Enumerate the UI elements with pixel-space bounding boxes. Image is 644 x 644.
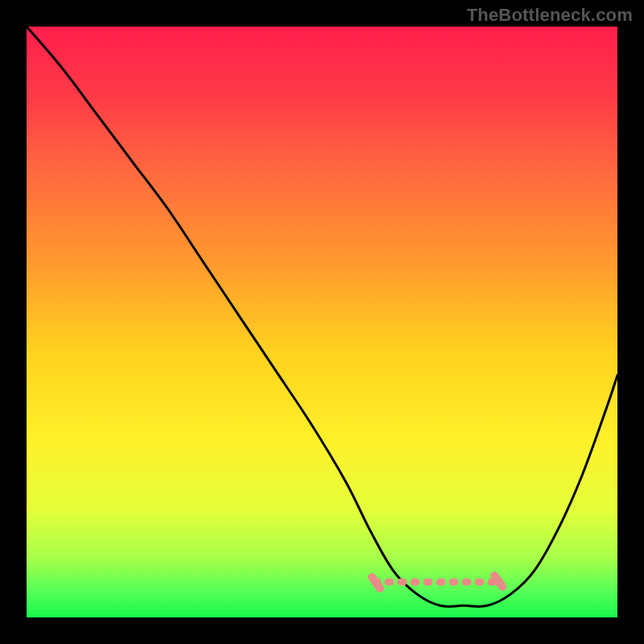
plot-area (27, 27, 617, 617)
watermark-text: TheBottleneck.com (467, 5, 633, 26)
gradient-background (27, 27, 617, 617)
chart-frame: TheBottleneck.com (0, 0, 644, 644)
plot-svg (27, 27, 617, 617)
